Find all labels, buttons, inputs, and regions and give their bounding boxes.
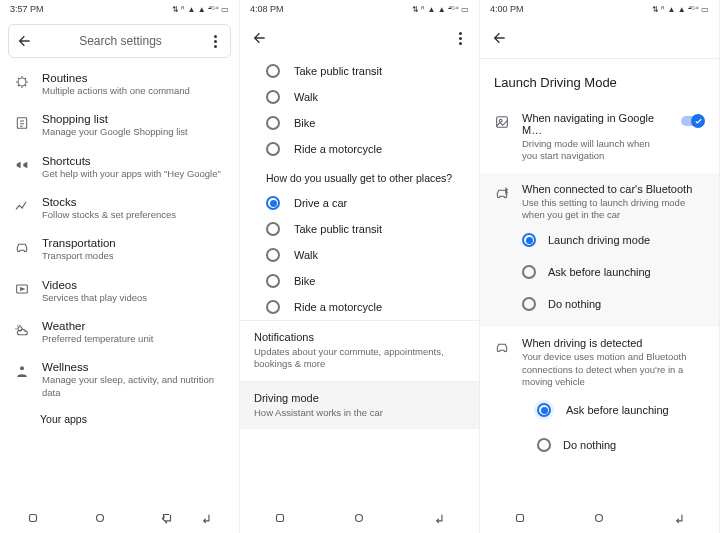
option-sub: Driving mode will launch when you start … [522,138,667,163]
clock: 4:00 PM [490,4,524,14]
nav-home-icon[interactable] [352,511,366,525]
overflow-menu-icon[interactable] [208,35,222,48]
item-sub: Preferred temperature unit [42,333,225,345]
radio-icon [266,222,280,236]
nav-back-icon[interactable] [672,511,686,525]
back-arrow-icon[interactable] [252,30,268,46]
toggle-switch[interactable] [679,114,705,128]
radio-bike[interactable]: Bike [240,110,479,136]
section-title: Driving mode [254,392,465,404]
radio-transit[interactable]: Take public transit [240,216,479,242]
clock: 4:08 PM [250,4,284,14]
option-navigate[interactable]: When navigating in Google M… Driving mod… [480,102,719,173]
radio-transit[interactable]: Take public transit [240,58,479,84]
svg-rect-5 [30,515,37,522]
radio-label: Drive a car [294,197,347,209]
radio-label: Walk [294,91,318,103]
section-title: Notifications [254,331,465,343]
radio-label: Bike [294,117,315,129]
car-icon [14,239,30,255]
nav-home-icon[interactable] [592,511,606,525]
radio-label: Bike [294,275,315,287]
radio-label: Ride a motorcycle [294,143,382,155]
option-bluetooth: When connected to car's Bluetooth Use th… [480,173,719,328]
radio-icon [266,274,280,288]
nav-home-icon[interactable] [93,511,107,525]
radio-drive[interactable]: Drive a car [240,190,479,216]
screen-driving-mode: 4:00 PM ⇅ ᴿ ▲ ▲ ⁴ᴳ⁺ ▭ Launch Driving Mod… [480,0,720,533]
radio-nothing[interactable]: Do nothing [534,432,705,458]
item-sub: Transport modes [42,250,225,262]
nav-bar [0,503,239,533]
page-title: Launch Driving Mode [480,59,719,102]
radio-icon [522,265,536,279]
svg-point-6 [97,515,104,522]
radio-ask[interactable]: Ask before launching [534,394,705,426]
nav-back-icon[interactable] [199,511,213,525]
item-sub: Follow stocks & set preferences [42,209,225,221]
svg-point-8 [356,515,363,522]
item-title: Routines [42,72,225,84]
radio-nothing[interactable]: Do nothing [522,291,705,317]
settings-item-transportation[interactable]: Transportation Transport modes [0,229,239,270]
settings-item-weather[interactable]: Weather Preferred temperature unit [0,312,239,353]
item-title: Shortcuts [42,155,225,167]
back-arrow-icon[interactable] [492,30,508,46]
radio-icon [266,196,280,210]
radio-walk[interactable]: Walk [240,242,479,268]
content: Launch Driving Mode When navigating in G… [480,59,719,503]
settings-item-routines[interactable]: Routines Multiple actions with one comma… [0,64,239,105]
item-sub: Multiple actions with one command [42,85,225,97]
radio-walk[interactable]: Walk [240,84,479,110]
radio-ask[interactable]: Ask before launching [522,259,705,285]
routines-icon [14,74,30,90]
section-notifications[interactable]: Notifications Updates about your commute… [240,320,479,381]
nav-recent-icon[interactable] [273,511,287,525]
radio-bike[interactable]: Bike [240,268,479,294]
nav-recent-icon[interactable] [513,511,527,525]
radio-label: Do nothing [548,298,601,310]
person-icon [14,363,30,379]
radio-icon [266,64,280,78]
question-header: How do you usually get to other places? [240,162,479,190]
maps-icon [494,114,510,130]
item-sub: Manage your Google Shopping list [42,126,225,138]
settings-item-videos[interactable]: Videos Services that play videos [0,271,239,312]
radio-icon [266,116,280,130]
radio-icon [522,297,536,311]
radio-label: Ride a motorcycle [294,301,382,313]
nav-recent-icon[interactable] [26,511,40,525]
radio-label: Ask before launching [548,266,651,278]
radio-icon [522,233,536,247]
search-bar[interactable]: Search settings [8,24,231,58]
radio-label: Do nothing [563,439,616,451]
radio-icon [266,90,280,104]
car-bt-icon [494,185,510,201]
item-title: Videos [42,279,225,291]
overflow-menu-icon[interactable] [453,32,467,45]
item-sub: Services that play videos [42,292,225,304]
back-arrow-icon[interactable] [17,33,33,49]
svg-rect-11 [516,515,523,522]
status-bar: 4:00 PM ⇅ ᴿ ▲ ▲ ⁴ᴳ⁺ ▭ [480,0,719,18]
section-driving-mode[interactable]: Driving mode How Assistant works in the … [240,381,479,429]
option-sub: Use this setting to launch driving mode … [522,197,705,222]
nav-back-icon[interactable] [160,511,174,525]
stocks-icon [14,198,30,214]
radio-icon [266,142,280,156]
nav-bar [480,503,719,533]
settings-item-wellness[interactable]: Wellness Manage your sleep, activity, an… [0,353,239,407]
radio-motorcycle[interactable]: Ride a motorcycle [240,294,479,320]
item-title: Shopping list [42,113,225,125]
screen-transport-settings: 4:08 PM ⇅ ᴿ ▲ ▲ ⁴ᴳ⁺ ▭ Take public transi… [240,0,480,533]
settings-item-stocks[interactable]: Stocks Follow stocks & set preferences [0,188,239,229]
nav-back-icon[interactable] [432,511,446,525]
svg-point-4 [20,367,24,371]
radio-launch[interactable]: Launch driving mode [522,227,705,253]
status-icons: ⇅ ᴿ ▲ ▲ ⁴ᴳ⁺ ▭ [652,5,709,14]
radio-motorcycle[interactable]: Ride a motorcycle [240,136,479,162]
settings-item-shortcuts[interactable]: Shortcuts Get help with your apps with "… [0,147,239,188]
item-title: Transportation [42,237,225,249]
settings-item-shopping[interactable]: Shopping list Manage your Google Shoppin… [0,105,239,146]
content: Take public transit Walk Bike Ride a mot… [240,58,479,503]
